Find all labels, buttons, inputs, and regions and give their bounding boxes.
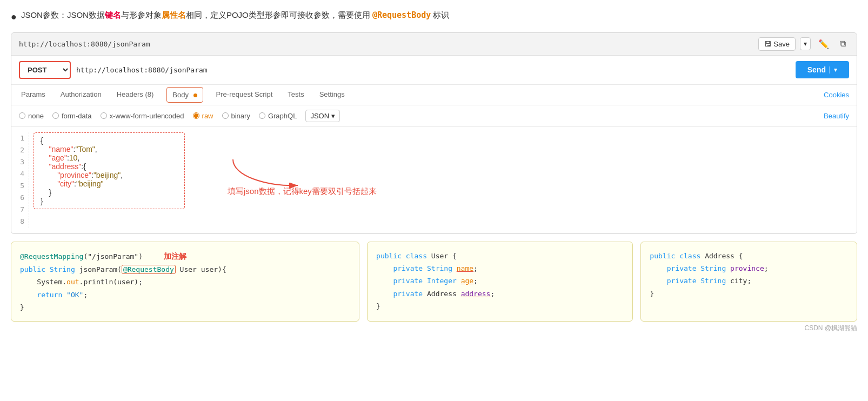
url-input[interactable]: [76, 66, 790, 74]
radio-graphql[interactable]: GraphQL: [259, 112, 297, 120]
send-label: Send: [807, 65, 826, 74]
save-icon: 🖫: [764, 40, 771, 48]
code-line-1: {: [41, 136, 178, 145]
tab-settings[interactable]: Settings: [317, 85, 347, 105]
tab-tests[interactable]: Tests: [285, 85, 306, 105]
radio-raw[interactable]: raw: [193, 112, 213, 120]
tab-body[interactable]: Body: [166, 87, 203, 103]
text-end: 标识: [433, 10, 449, 19]
radio-none-label: none: [28, 112, 44, 120]
bottom-panels: @RequestMapping("/jsonParam") 加注解 public…: [11, 242, 857, 322]
radio-form-data[interactable]: form-data: [52, 112, 92, 120]
code-line-5: "province":"beijing",: [41, 171, 178, 179]
text-after: 相同，定义POJO类型形参即可接收参数，需要使用: [186, 10, 370, 19]
edit-icon-button[interactable]: ✏️: [815, 38, 832, 50]
radio-form-data-circle: [52, 112, 59, 119]
method-select[interactable]: POST GET PUT DELETE: [19, 61, 71, 79]
age-field: age: [461, 277, 473, 285]
tab-params[interactable]: Params: [19, 85, 48, 105]
json-dropdown-arrow: ▾: [331, 112, 335, 120]
request-body-kw: @RequestBody: [122, 265, 176, 274]
json-type-selector[interactable]: JSON ▾: [305, 110, 340, 122]
text-prefix: JSON参数：JSON数据: [21, 10, 105, 19]
public-kw2: public: [376, 252, 406, 260]
name-field: name: [457, 264, 473, 272]
add-annotation-label: 加注解: [164, 252, 186, 260]
attr-name: 属性名: [162, 10, 186, 19]
code-line-p1-1: @RequestMapping("/jsonParam") 加注解: [20, 250, 350, 263]
url-bar-top: http://localhost:8080/jsonParam 🖫 Save ▾…: [11, 33, 857, 56]
request-body-annotation: @RequestBody: [372, 10, 431, 20]
code-line-p2-2: private String name;: [376, 262, 624, 275]
code-line-p2-4: private Address address;: [376, 288, 624, 300]
method-name: jsonParam(: [79, 265, 122, 273]
radio-raw-circle: [193, 112, 199, 119]
address-type: Address: [427, 290, 461, 298]
code-line-7: }: [41, 188, 178, 197]
system-out: System.out.println(user);: [37, 278, 143, 286]
code-line-2: "name":"Tom",: [41, 145, 178, 153]
send-dropdown-arrow[interactable]: ▾: [829, 66, 837, 73]
string-kw2: String: [427, 264, 457, 272]
radio-urlencoded[interactable]: x-www-form-urlencoded: [101, 112, 184, 120]
radio-none[interactable]: none: [19, 112, 44, 120]
city-field: city: [730, 277, 747, 285]
private-kw5: private: [667, 277, 701, 285]
code-line-p3-1: public class Address {: [650, 250, 848, 262]
annotation-text: 填写json数据，记得key需要双引号括起来: [228, 186, 377, 197]
address-field: address: [461, 290, 491, 298]
save-label: Save: [773, 40, 790, 48]
public-kw: public: [20, 265, 50, 273]
code-line-p3-2: private String province;: [650, 262, 848, 275]
beautify-link[interactable]: Beautify: [824, 112, 849, 120]
tabs-row: Params Authorization Headers (8) Body Pr…: [11, 85, 857, 105]
string-kw: String: [50, 265, 79, 273]
class-kw2: class: [679, 252, 705, 260]
tab-pre-request[interactable]: Pre-request Script: [214, 85, 275, 105]
public-kw3: public: [650, 252, 679, 260]
watermark: CSDN @枫湖熊猫: [11, 324, 857, 333]
annotation-mapping: @RequestMapping: [20, 252, 83, 260]
cookies-link[interactable]: Cookies: [824, 91, 849, 99]
code-line-p1-3: System.out.println(user);: [20, 276, 350, 288]
user-class-panel: public class User { private String name;…: [367, 242, 633, 322]
controller-code-panel: @RequestMapping("/jsonParam") 加注解 public…: [11, 242, 359, 322]
code-line-8: }: [41, 197, 178, 205]
tab-authorization[interactable]: Authorization: [58, 85, 104, 105]
string-kw3: String: [700, 264, 730, 272]
tab-headers[interactable]: Headers (8): [115, 85, 156, 105]
return-kw: return: [37, 291, 66, 299]
private-kw: private: [393, 264, 427, 272]
class-kw: class: [406, 252, 431, 260]
text-mid: 与形参对象: [121, 10, 162, 19]
key-name: 键名: [105, 10, 121, 19]
code-line-3: "age":10,: [41, 153, 178, 162]
save-dropdown-button[interactable]: ▾: [800, 37, 811, 50]
integer-kw: Integer: [427, 277, 461, 285]
private-kw2: private: [393, 277, 427, 285]
send-button[interactable]: Send ▾: [796, 61, 849, 78]
json-selector-label: JSON: [310, 112, 329, 120]
class-name: User {: [431, 252, 457, 260]
private-kw3: private: [393, 290, 427, 298]
code-content[interactable]: { "name":"Tom", "age":10, "address":{ "p…: [29, 132, 189, 228]
code-line-p2-1: public class User {: [376, 250, 624, 262]
annotation-area: 填写json数据，记得key需要双引号括起来: [222, 154, 377, 197]
return-val: "OK": [66, 291, 83, 299]
province-field: province: [730, 264, 764, 272]
bullet-point: ●: [11, 9, 17, 25]
code-line-p1-5: }: [20, 301, 350, 313]
address-class-panel: public class Address { private String pr…: [640, 242, 857, 322]
private-kw4: private: [667, 264, 701, 272]
save-button[interactable]: 🖫 Save: [758, 37, 796, 51]
user-param: User user){: [176, 265, 226, 273]
body-active-dot: [193, 93, 197, 97]
radio-binary-circle: [222, 112, 229, 119]
code-line-4: "address":{: [41, 162, 178, 171]
radio-graphql-circle: [259, 112, 265, 119]
url-display: http://localhost:8080/jsonParam: [19, 40, 150, 48]
description-text: JSON参数：JSON数据键名与形参对象属性名相同，定义POJO类型形参即可接收…: [21, 9, 857, 22]
copy-icon-button[interactable]: ⧉: [837, 38, 849, 50]
radio-binary[interactable]: binary: [222, 112, 250, 120]
top-actions: 🖫 Save ▾ ✏️ ⧉: [758, 37, 849, 51]
